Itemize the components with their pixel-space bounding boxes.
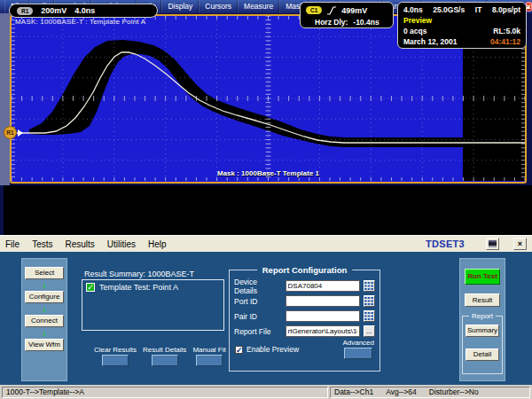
status-config: Data-->Ch1 Avg-->64 Disturber-->No	[330, 387, 530, 398]
advanced-button[interactable]	[344, 348, 372, 359]
report-button-group: Report Summary Detail	[462, 316, 503, 374]
flow-arrow-icon: ↓	[42, 303, 47, 315]
advanced-label: Advanced	[342, 339, 374, 347]
scope-menu-measure[interactable]: Measure	[238, 0, 279, 13]
acq-mode: IT	[475, 5, 482, 14]
app-close-button[interactable]: ×	[513, 238, 527, 250]
ref-scale: 200mV	[41, 6, 66, 15]
preview-status: Preview	[403, 16, 432, 25]
trigger-level: 499mV	[341, 6, 367, 15]
result-summary-title: Result Summary: 1000BASE-T	[84, 270, 194, 278]
acq-count: 0 acqs	[403, 27, 426, 35]
ref-marker-arrow-icon	[18, 129, 23, 137]
port-id-input[interactable]	[286, 295, 360, 307]
result-item-label: Template Test: Point A	[99, 283, 178, 292]
result-summary-item[interactable]: ✓ Template Test: Point A	[86, 283, 220, 292]
flow-arrow-icon: ↓	[42, 279, 47, 291]
enable-preview-row[interactable]: ✓ Enable Preview	[235, 345, 299, 354]
result-actions: Clear Results Result Details Manual Fit	[94, 346, 232, 366]
connect-button[interactable]: Connect	[25, 315, 64, 327]
keyboard-icon[interactable]	[364, 310, 375, 322]
clear-results-button[interactable]	[102, 355, 129, 366]
scope-left-bezel	[0, 13, 10, 185]
manual-fit-button[interactable]	[196, 355, 223, 366]
view-wfm-button[interactable]: View Wfm	[25, 339, 64, 351]
mask-band	[29, 40, 463, 147]
trigger-slope-icon	[327, 6, 336, 15]
acq-resolution: 8.0ps/pt	[492, 5, 520, 14]
report-file-label: Report File	[234, 327, 282, 336]
result-details-button[interactable]	[152, 355, 178, 366]
mask-footer-label: Mask : 1000Base-T Template 1	[12, 169, 525, 177]
clock-display: 04:41:12	[490, 37, 520, 46]
flow-arrow-icon: ↓	[42, 327, 47, 339]
port-id-label: Port ID	[234, 297, 282, 306]
summary-button[interactable]: Summary	[466, 325, 499, 337]
left-nav-strip: Select ↓ Configure ↓ Connect ↓ View Wfm	[21, 258, 67, 381]
mask-title: MASK: 1000BASE-T : Template Point A	[15, 18, 145, 26]
ref-readout[interactable]: R1 200mV 4.0ns	[9, 4, 158, 18]
c1-badge: C1	[306, 6, 322, 14]
manual-fit-label: Manual Fit	[192, 346, 225, 354]
app-window-icon	[489, 240, 497, 247]
app-menu-results[interactable]: Results	[65, 239, 94, 249]
status-bar: 1000-T-->Template-->A Data-->Ch1 Avg-->6…	[0, 385, 532, 399]
oscilloscope-window: File Edit Vertical Horiz/Acq Trig Displa…	[0, 0, 532, 235]
report-group-label: Report	[469, 312, 496, 320]
pass-check-icon: ✓	[86, 283, 95, 292]
app-window-button[interactable]	[486, 238, 499, 250]
app-menu-help[interactable]: Help	[148, 239, 167, 249]
status-test-path: 1000-T-->Template-->A	[2, 387, 328, 398]
status-data-source: Data-->Ch1	[334, 387, 373, 397]
run-test-button[interactable]: Run Test	[465, 269, 500, 285]
keyboard-icon[interactable]	[364, 295, 375, 307]
app-title: TDSET3	[426, 239, 465, 249]
app-menu-file[interactable]: File	[5, 239, 20, 249]
configure-button[interactable]: Configure	[25, 291, 64, 303]
acquisition-readout[interactable]: 4.0ns 25.0GS/s IT 8.0ps/pt Preview 0 acq…	[397, 2, 527, 49]
enable-preview-checkbox[interactable]: ✓	[235, 346, 243, 354]
trigger-readout[interactable]: C1 499mV Horz Dly: -10.4ns	[300, 2, 394, 28]
detail-button[interactable]: Detail	[466, 348, 499, 361]
enable-preview-label: Enable Preview	[246, 345, 299, 354]
device-details-input[interactable]	[286, 280, 360, 292]
app-menu-tests[interactable]: Tests	[32, 239, 52, 249]
screen: File Edit Vertical Horiz/Acq Trig Displa…	[0, 0, 532, 399]
record-length: RL:5.0k	[493, 27, 520, 35]
app-main-panel: Select ↓ Configure ↓ Connect ↓ View Wfm …	[0, 252, 532, 385]
report-configuration-group: Report Configuration Device Details Port…	[229, 270, 380, 372]
browse-button[interactable]: ...	[364, 325, 375, 337]
result-summary-box: ✓ Template Test: Point A	[82, 279, 224, 331]
clear-results-label: Clear Results	[94, 346, 137, 354]
scope-menu-display[interactable]: Display	[161, 0, 199, 13]
app-menubar: File Tests Results Utilities Help TDSET3…	[0, 235, 532, 252]
status-averages: Avg-->64	[386, 387, 417, 397]
keyboard-icon[interactable]	[364, 280, 375, 292]
status-disturber: Disturber-->No	[429, 387, 479, 397]
result-button[interactable]: Result	[465, 293, 500, 307]
report-configuration-title: Report Configuration	[257, 265, 353, 275]
pair-id-input[interactable]	[286, 310, 360, 322]
report-file-input[interactable]	[286, 325, 360, 337]
acq-rate: 25.0GS/s	[433, 5, 465, 14]
app-menu-utilities[interactable]: Utilities	[107, 239, 136, 249]
scope-menu-cursors[interactable]: Cursors	[199, 0, 238, 13]
r1-badge: R1	[17, 7, 33, 15]
readout-area	[4, 185, 532, 235]
horz-dly-value: -10.4ns	[353, 18, 379, 27]
horz-dly-label: Horz Dly:	[315, 18, 348, 27]
ref-timebase: 4.0ns	[74, 6, 95, 15]
result-details-label: Result Details	[143, 346, 186, 354]
select-button[interactable]: Select	[25, 267, 64, 279]
device-details-label: Device Details	[234, 278, 282, 295]
ref-marker-r1[interactable]: R1	[4, 126, 17, 139]
date-display: March 12, 2001	[403, 37, 457, 46]
pair-id-label: Pair ID	[234, 312, 282, 321]
acq-sample-time: 4.0ns	[403, 5, 423, 14]
right-nav-strip: Run Test Result Report Summary Detail	[459, 258, 505, 381]
